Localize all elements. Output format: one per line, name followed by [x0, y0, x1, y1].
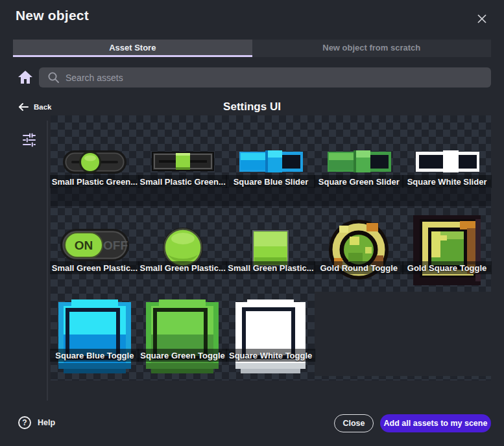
home-button[interactable]: [18, 69, 33, 85]
toggle-on-text: ON: [75, 239, 93, 252]
asset-title: Small Green Plastic...: [226, 261, 316, 274]
asset-title: Small Green Plastic...: [138, 261, 228, 274]
square-blue-toggle-thumb: [58, 299, 131, 373]
asset-tile-square-green-toggle[interactable]: Square Green Toggle: [139, 292, 227, 381]
asset-tile-square-blue-toggle[interactable]: Square Blue Toggle: [51, 292, 139, 381]
grid-empty-area: [315, 292, 491, 376]
asset-title: Gold Round Toggle: [314, 261, 403, 274]
asset-title: Small Plastic Green...: [138, 175, 228, 188]
asset-row-2: ON OFF Small Green Plastic... Small Gree…: [51, 206, 491, 292]
on-off-toggle-green-thumb: ON OFF: [60, 228, 130, 263]
search-field-wrap: [39, 67, 491, 88]
pill-slider-green-thumb: [63, 149, 126, 175]
asset-title: Square Green Toggle: [138, 349, 228, 362]
gold-square-toggle-thumb: [413, 215, 481, 285]
row-gap-shade: [51, 188, 491, 206]
asset-title: Small Plastic Green...: [50, 175, 139, 188]
asset-tile-square-green-slider[interactable]: Square Green Slider: [315, 115, 403, 188]
asset-tile-square-blue-slider[interactable]: Square Blue Slider: [227, 115, 315, 188]
asset-tile-small-green-plastic-toggle[interactable]: ON OFF Small Green Plastic...: [51, 206, 139, 292]
rect-slider-green-thumb: [151, 149, 215, 174]
asset-title: Square Blue Slider: [226, 175, 316, 188]
home-icon: [18, 69, 33, 85]
asset-tile-square-white-slider[interactable]: Square White Slider: [403, 115, 491, 188]
asset-title: Small Green Plastic...: [50, 261, 139, 274]
filters-divider: [47, 121, 48, 401]
asset-tile-small-green-plastic-square-button[interactable]: Small Green Plastic...: [227, 206, 315, 292]
category-title: Settings UI: [0, 100, 504, 113]
close-icon: [477, 14, 487, 24]
asset-tile-gold-round-toggle[interactable]: Gold Round Toggle: [315, 206, 403, 292]
search-input[interactable]: [39, 67, 491, 88]
asset-tile-gold-square-toggle[interactable]: Gold Square Toggle: [403, 206, 491, 292]
asset-title: Square White Toggle: [226, 349, 315, 362]
help-label: Help: [38, 418, 55, 427]
square-blue-slider-thumb: [238, 149, 303, 174]
square-green-toggle-thumb: [146, 299, 219, 373]
asset-title: Square White Slider: [402, 175, 492, 188]
asset-tile-small-plastic-green-slider-pill[interactable]: Small Plastic Green...: [51, 115, 139, 188]
new-object-dialog: New object Asset Store New object from s…: [0, 0, 504, 446]
filter-tune-icon: [21, 132, 37, 147]
help-button[interactable]: ? Help: [18, 416, 55, 430]
square-green-slider-thumb: [326, 149, 391, 174]
asset-title: Square Blue Toggle: [50, 349, 139, 362]
toggle-off-text: OFF: [103, 239, 128, 252]
close-dialog-button[interactable]: [474, 11, 490, 27]
svg-text:?: ?: [22, 418, 27, 427]
square-white-toggle-thumb: [235, 299, 306, 373]
square-white-slider-thumb: [414, 149, 479, 174]
asset-grid: Small Plastic Green... Small Plastic Gre…: [51, 115, 491, 381]
dialog-title: New object: [16, 8, 89, 23]
filter-button[interactable]: [21, 132, 37, 147]
close-button[interactable]: Close: [334, 414, 374, 432]
asset-row-3: Square Blue Toggle Square Green Toggle: [51, 292, 315, 381]
asset-row-1: Small Plastic Green... Small Plastic Gre…: [51, 115, 491, 188]
asset-tile-square-white-toggle[interactable]: Square White Toggle: [226, 292, 315, 381]
asset-title: Gold Square Toggle: [402, 261, 492, 274]
asset-tile-small-green-plastic-round-button[interactable]: Small Green Plastic...: [139, 206, 227, 292]
asset-tile-small-plastic-green-slider-rect[interactable]: Small Plastic Green...: [139, 115, 227, 188]
tab-asset-store[interactable]: Asset Store: [13, 40, 252, 57]
help-icon: ?: [18, 416, 32, 430]
asset-title: Square Green Slider: [314, 175, 403, 188]
dialog-tabs: Asset Store New object from scratch: [13, 40, 491, 57]
add-all-assets-button[interactable]: Add all assets to my scene: [380, 414, 491, 432]
tab-new-object-from-scratch[interactable]: New object from scratch: [252, 40, 492, 57]
